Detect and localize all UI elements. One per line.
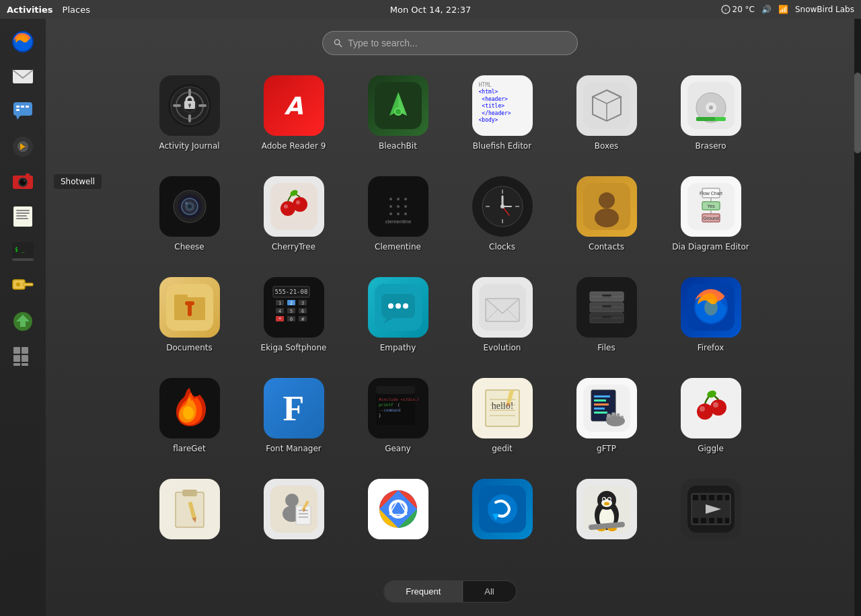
firefox-sidebar-icon: [11, 30, 35, 54]
search-input[interactable]: [348, 38, 566, 48]
svg-rect-23: [16, 215, 27, 217]
app-adobe-reader[interactable]: A Adobe Reader 9: [241, 69, 346, 169]
svg-rect-24: [16, 218, 28, 219]
terminal-sidebar-icon: $ _: [11, 239, 35, 264]
sidebar-item-shotwell[interactable]: Shotwell: [7, 165, 39, 198]
app-documents[interactable]: Documents: [137, 270, 241, 371]
app-font-manager[interactable]: F Font Manager: [241, 371, 346, 472]
app-google-chrome[interactable]: [346, 472, 450, 573]
app-activity-journal[interactable]: Activity Journal: [137, 69, 241, 169]
svg-rect-247: [725, 495, 729, 500]
tab-frequent[interactable]: Frequent: [384, 581, 463, 602]
app-clementine[interactable]: clementine Clementine: [346, 169, 450, 270]
app-cherrytree[interactable]: CherryTree: [241, 169, 346, 270]
svg-rect-6: [21, 106, 24, 108]
svg-rect-148: [486, 299, 519, 321]
app-evolution[interactable]: Evolution: [450, 270, 554, 371]
empathy-icon: [368, 277, 428, 338]
app-sketchup[interactable]: [450, 472, 554, 573]
svg-rect-187: [594, 403, 609, 406]
svg-point-18: [24, 180, 25, 182]
sidebar-item-grid[interactable]: [7, 340, 39, 373]
scrollbar-thumb[interactable]: [854, 73, 861, 153]
datetime-display: Mon Oct 14, 22:37: [390, 5, 471, 15]
svg-point-236: [609, 498, 611, 499]
app-scratch[interactable]: [137, 472, 241, 573]
svg-rect-249: [701, 518, 706, 523]
svg-point-85: [389, 205, 392, 208]
svg-rect-67: [696, 117, 715, 121]
svg-point-194: [616, 414, 620, 417]
contacts-icon: [576, 176, 637, 237]
svg-rect-34: [22, 347, 28, 354]
sidebar-item-text[interactable]: [7, 200, 39, 233]
svg-point-200: [713, 402, 718, 408]
svg-rect-47: [173, 104, 181, 107]
tab-all[interactable]: All: [463, 581, 515, 602]
boxes-label: Boxes: [595, 141, 619, 151]
documents-label: Documents: [166, 343, 212, 352]
svg-rect-204: [182, 490, 197, 496]
activities-button[interactable]: Activities: [7, 5, 53, 15]
app-flareget[interactable]: flareGet: [137, 371, 241, 472]
sidebar-item-update[interactable]: [7, 305, 39, 338]
svg-point-219: [391, 502, 405, 516]
svg-point-39: [334, 40, 340, 45]
evolution-icon: [472, 277, 533, 338]
app-gedit[interactable]: hello! gedit: [450, 371, 554, 472]
sidebar-item-chat[interactable]: [7, 95, 39, 128]
battery-icon: ⚡: [721, 5, 731, 14]
app-files[interactable]: Files: [554, 270, 659, 371]
app-boxes[interactable]: Boxes: [554, 69, 659, 169]
cheese-icon: [159, 176, 220, 237]
app-geany[interactable]: #include <stdio.h> printf ( --command } …: [346, 371, 450, 472]
app-report-builder[interactable]: [241, 472, 346, 573]
app-gftp[interactable]: gFTP: [554, 371, 659, 472]
svg-rect-45: [188, 89, 191, 97]
app-firefox[interactable]: Firefox: [659, 270, 763, 371]
sidebar-item-firefox[interactable]: [7, 26, 39, 58]
svg-rect-252: [725, 518, 729, 523]
svg-text:#include <stdio.h>: #include <stdio.h>: [379, 397, 419, 401]
svg-point-105: [595, 208, 619, 227]
geany-icon: #include <stdio.h> printf ( --command }: [368, 378, 428, 438]
svg-text:printf: printf: [379, 402, 394, 408]
app-dia-diagram-editor[interactable]: Flow Chart Yes Ground Dia Diagram Editor: [659, 169, 763, 270]
sidebar-item-mail[interactable]: [7, 61, 39, 93]
svg-text:--command: --command: [379, 408, 401, 412]
app-bleachbit[interactable]: BleachBit: [346, 69, 450, 169]
scrollbar[interactable]: [854, 19, 861, 616]
svg-text:6: 6: [301, 309, 303, 314]
svg-text:4: 4: [278, 309, 280, 314]
scratch-icon: [159, 479, 220, 539]
sidebar-item-media[interactable]: [7, 130, 39, 163]
app-giggle[interactable]: Giggle: [659, 371, 763, 472]
app-empathy[interactable]: Empathy: [346, 270, 450, 371]
svg-rect-22: [16, 213, 30, 214]
places-button[interactable]: Places: [63, 5, 90, 15]
app-bluefish-editor[interactable]: HTML <html> <header> <title> </header> <…: [450, 69, 554, 169]
bleachbit-label: BleachBit: [379, 141, 417, 151]
svg-point-74: [185, 202, 188, 204]
app-brasero[interactable]: Brasero: [659, 69, 763, 169]
app-clocks[interactable]: Clocks: [450, 169, 554, 270]
sidebar-item-keys[interactable]: [7, 270, 39, 303]
app-ekiga-softphone[interactable]: 555-21-08 1 2 3 4 5 6: [241, 270, 346, 371]
app-video-player[interactable]: [659, 472, 763, 573]
svg-text:Flow Chart: Flow Chart: [700, 191, 722, 196]
svg-rect-244: [701, 495, 706, 500]
temperature-display: ⚡ 20 °C: [721, 5, 755, 14]
svg-text:clementine: clementine: [385, 219, 411, 225]
svg-point-31: [16, 282, 20, 286]
camera-sidebar-icon: [11, 169, 35, 194]
svg-rect-186: [594, 399, 606, 401]
app-contacts[interactable]: Contacts: [554, 169, 659, 270]
chat-sidebar-icon: [11, 100, 35, 124]
clocks-icon: [472, 176, 533, 237]
search-bar[interactable]: [322, 31, 578, 55]
svg-point-65: [709, 106, 713, 110]
app-tux-game[interactable]: [554, 472, 659, 573]
app-cheese[interactable]: Cheese: [137, 169, 241, 270]
adobe-reader-icon: A: [264, 75, 324, 136]
sidebar-item-terminal[interactable]: $ _: [7, 235, 39, 268]
